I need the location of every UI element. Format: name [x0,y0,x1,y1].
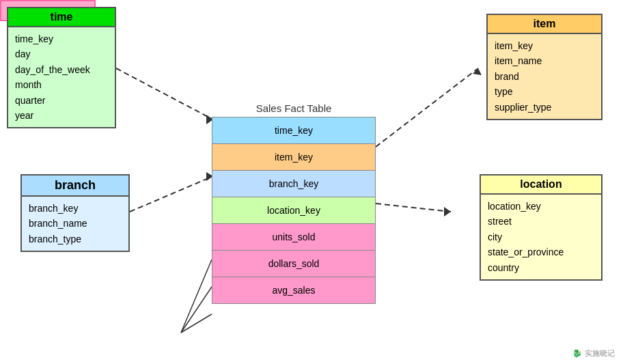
location-field-4: state_or_province [488,244,594,260]
time-box-body: time_key day day_of_the_week month quart… [8,27,115,127]
svg-line-4 [130,176,213,212]
svg-line-6 [376,204,451,212]
svg-line-0 [116,68,213,120]
item-dimension-box: item item_key item_name brand type suppl… [486,14,603,120]
fact-table-title: Sales Fact Table [212,102,376,114]
item-box-body: item_key item_name brand type supplier_t… [488,34,601,119]
location-field-1: location_key [488,199,594,214]
item-field-1: item_key [495,38,594,53]
svg-line-9 [181,287,212,333]
branch-dimension-box: branch branch_key branch_name branch_typ… [20,174,130,252]
watermark: 🐉 实施晓记 [572,348,615,359]
fact-row-dollars-sold: dollars_sold [212,250,376,277]
fact-row-units-sold: units_sold [212,223,376,251]
fact-row-avg-sales: avg_sales [212,277,376,304]
diagram-container: time time_key day day_of_the_week month … [0,0,623,364]
time-field-2: day [15,46,108,61]
branch-field-1: branch_key [29,201,122,216]
fact-table: Sales Fact Table time_key item_key branc… [212,102,376,303]
time-field-5: quarter [15,93,108,108]
item-field-5: supplier_type [495,100,594,115]
branch-field-2: branch_name [29,216,122,231]
svg-line-8 [181,260,212,333]
location-box-body: location_key street city state_or_provin… [481,195,601,279]
item-field-3: brand [495,69,594,84]
time-dimension-box: time time_key day day_of_the_week month … [7,7,116,128]
item-box-title: item [488,15,601,34]
item-field-4: type [495,84,594,99]
location-box-title: location [481,176,601,195]
time-field-3: day_of_the_week [15,62,108,77]
branch-box-body: branch_key branch_name branch_type [22,197,128,251]
location-field-3: city [488,229,594,244]
branch-field-3: branch_type [29,232,122,247]
location-dimension-box: location location_key street city state_… [480,174,603,281]
time-field-6: year [15,108,108,123]
time-field-4: month [15,77,108,92]
fact-row-branch-key: branch_key [212,170,376,197]
svg-line-10 [181,314,212,333]
fact-row-item-key: item_key [212,143,376,171]
time-box-title: time [8,8,115,27]
location-field-2: street [488,214,594,229]
location-field-5: country [488,260,594,275]
branch-box-title: branch [22,176,128,197]
fact-row-location-key: location_key [212,197,376,224]
svg-line-2 [376,68,478,147]
svg-marker-3 [473,68,482,75]
svg-marker-7 [444,207,451,216]
time-field-1: time_key [15,31,108,46]
item-field-2: item_name [495,53,594,68]
fact-row-time-key: time_key [212,117,376,144]
